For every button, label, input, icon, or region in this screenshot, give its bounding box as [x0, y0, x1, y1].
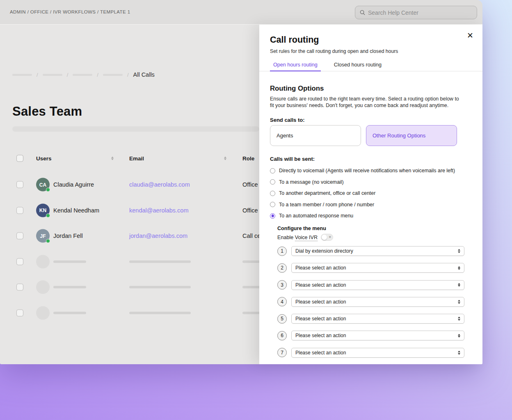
- breadcrumb-placeholder: [43, 74, 62, 76]
- enable-label: Enable Voice IVR: [277, 235, 318, 240]
- select-value: Please select an action: [295, 333, 346, 338]
- row-checkbox[interactable]: [16, 181, 23, 188]
- radio-icon[interactable]: [270, 202, 275, 207]
- breadcrumb-placeholder: [103, 74, 123, 76]
- row-checkbox[interactable]: [16, 258, 23, 265]
- select-all-checkbox[interactable]: [16, 155, 23, 162]
- voice-ivr-toggle[interactable]: ✕: [321, 234, 333, 241]
- select-value: Please select an action: [295, 282, 346, 288]
- other-routing-options-button[interactable]: Other Routing Options: [366, 125, 457, 146]
- agents-button[interactable]: Agents: [270, 125, 361, 146]
- close-icon[interactable]: ✕: [467, 32, 473, 39]
- user-name: Claudia Aguirre: [53, 181, 94, 188]
- column-header-role[interactable]: Role: [242, 155, 254, 162]
- menu-action-select[interactable]: Please select an action: [291, 263, 464, 273]
- menu-action-select[interactable]: Please select an action: [291, 314, 464, 324]
- tab-open-hours-routing[interactable]: Open hours routing: [270, 59, 321, 71]
- menu-key-badge: 5: [277, 314, 287, 324]
- column-header-email[interactable]: Email: [129, 155, 144, 162]
- user-email-link[interactable]: claudia@aerolabs.com: [129, 181, 190, 188]
- email-placeholder: [129, 286, 191, 288]
- call-routing-panel: ✕ Call routing Set rules for the call ro…: [259, 25, 482, 364]
- online-status-dot: [46, 188, 50, 192]
- user-name: Jordan Fell: [53, 233, 83, 239]
- avatar: JF: [36, 229, 50, 243]
- avatar-placeholder: [36, 306, 50, 320]
- radio-option[interactable]: To a team member / room phone / number: [270, 201, 455, 208]
- select-arrows-icon: [458, 351, 460, 355]
- search-input[interactable]: [368, 9, 472, 16]
- select-value: Please select an action: [295, 316, 346, 322]
- table-row[interactable]: JF Jordan Fell jordan@aerolabs.com Call …: [0, 223, 259, 249]
- menu-key-badge: 4: [277, 297, 287, 306]
- ivr-menu-row: 4 Please select an action: [277, 297, 464, 307]
- table-row-skeleton: [0, 300, 259, 326]
- sort-icon[interactable]: [111, 157, 114, 160]
- user-role: Office: [242, 207, 258, 214]
- radio-icon[interactable]: [270, 213, 275, 219]
- sort-icon[interactable]: [224, 157, 226, 160]
- user-email-link[interactable]: kendal@aerolabs.com: [129, 207, 189, 214]
- menu-action-select[interactable]: Please select an action: [291, 331, 464, 340]
- ivr-menu-row: 6 Please select an action: [277, 331, 464, 340]
- table-rows: CA Claudia Aguirre claudia@aerolabs.com …: [0, 172, 259, 326]
- routing-options-heading: Routing Options: [270, 84, 324, 93]
- menu-key-badge: 6: [277, 331, 287, 340]
- help-search[interactable]: [355, 6, 477, 19]
- name-placeholder: [53, 286, 86, 288]
- row-checkbox[interactable]: [16, 309, 23, 316]
- select-arrows-icon: [458, 317, 460, 321]
- select-arrows-icon: [458, 334, 460, 338]
- radio-label: To a message (no voicemail): [279, 179, 344, 185]
- voice-ivr-term[interactable]: Voice IVR: [295, 235, 318, 241]
- ivr-menu-row: 2 Please select an action: [277, 263, 464, 273]
- row-checkbox[interactable]: [16, 233, 23, 240]
- radio-icon[interactable]: [270, 191, 275, 196]
- ivr-menu-row: 1 Dial by extension directory: [277, 246, 464, 256]
- email-placeholder: [129, 260, 191, 263]
- row-checkbox[interactable]: [16, 207, 23, 214]
- table-row-skeleton: [0, 249, 259, 275]
- radio-option[interactable]: To another department, office or call ce…: [270, 190, 455, 196]
- user-email-link[interactable]: jordan@aerolabs.com: [129, 233, 187, 239]
- radio-icon[interactable]: [270, 179, 275, 185]
- ivr-menu-list: 1 Dial by extension directory 2 Please s…: [277, 246, 464, 365]
- menu-action-select[interactable]: Dial by extension directory: [291, 246, 464, 256]
- routing-options-description: Ensure calls are routed to the right tea…: [270, 96, 463, 109]
- breadcrumb-skeleton: / / / / All Calls: [12, 70, 155, 80]
- radio-option[interactable]: To a message (no voicemail): [270, 179, 455, 185]
- table-row[interactable]: CA Claudia Aguirre claudia@aerolabs.com …: [0, 172, 259, 198]
- online-status-dot: [46, 239, 50, 243]
- role-placeholder: [242, 312, 261, 314]
- menu-action-select[interactable]: Please select an action: [291, 280, 464, 290]
- table-row-skeleton: [0, 274, 259, 300]
- radio-label: To a team member / room phone / number: [279, 202, 374, 208]
- radio-option[interactable]: Directly to voicemail (Agents will recei…: [270, 167, 455, 174]
- menu-action-select[interactable]: Please select an action: [291, 348, 464, 358]
- send-calls-label: Send calls to:: [270, 117, 305, 123]
- configure-menu-heading: Configure the menu: [277, 226, 326, 231]
- search-icon: [360, 10, 365, 15]
- toggle-knob: [322, 235, 327, 240]
- table-row[interactable]: KN Kendal Needham kendal@aerolabs.com Of…: [0, 198, 259, 224]
- avatar: CA: [36, 178, 50, 192]
- role-placeholder: [242, 260, 261, 263]
- select-arrows-icon: [458, 266, 460, 270]
- user-role: Call ce: [242, 233, 261, 239]
- app-window: ADMIN / OFFICE / IVR WORKFLOWS / TEMPLAT…: [0, 0, 482, 364]
- menu-action-select[interactable]: Please select an action: [291, 297, 464, 307]
- name-placeholder: [53, 260, 86, 263]
- tab-closed-hours-routing[interactable]: Closed hours routing: [331, 59, 385, 71]
- panel-title: Call routing: [270, 35, 319, 45]
- online-status-dot: [46, 213, 50, 217]
- panel-subtitle: Set rules for the call routing during op…: [270, 48, 398, 54]
- radio-option[interactable]: To an automated response menu: [270, 212, 455, 219]
- avatar-placeholder: [36, 255, 50, 268]
- column-header-users[interactable]: Users: [36, 155, 52, 162]
- radio-icon[interactable]: [270, 168, 275, 173]
- user-role: Office: [242, 181, 258, 188]
- menu-key-badge: 2: [277, 263, 287, 273]
- row-checkbox[interactable]: [16, 284, 23, 291]
- avatar: KN: [36, 203, 50, 217]
- breadcrumb-current: All Calls: [133, 71, 155, 78]
